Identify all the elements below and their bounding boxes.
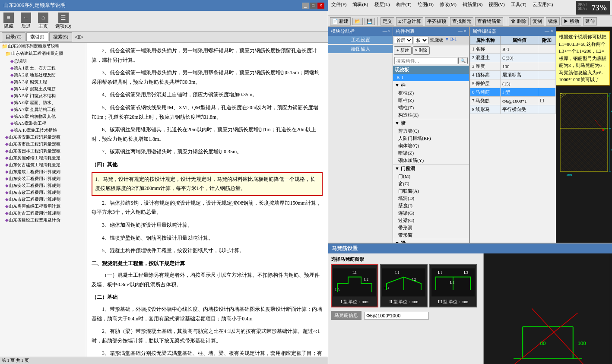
- tab-search[interactable]: 搜索(S): [49, 32, 72, 41]
- comp-item-menlianchuang[interactable]: 门联窗(A): [393, 187, 469, 195]
- comp-item-renf[interactable]: 人防门框墙(RF): [393, 135, 469, 142]
- menu-cloud[interactable]: 云应用(C): [531, 1, 555, 15]
- comp-item-qitijin[interactable]: 砌体加筋(Y): [393, 157, 469, 164]
- menu-file[interactable]: 文件(F): [330, 1, 348, 15]
- back-button[interactable]: ← 后退: [19, 12, 33, 30]
- tree-chA4[interactable]: ◆ 第A.4章 混凝土及钢筋: [0, 85, 86, 92]
- module-draw-input[interactable]: 绘图输入: [328, 45, 393, 53]
- prop-value-1[interactable]: B-1: [501, 45, 538, 54]
- menu-modify[interactable]: 修改(M): [438, 1, 458, 15]
- tree-chA2[interactable]: ◆ 第A.2章 地基处理及防: [0, 72, 86, 79]
- save-button[interactable]: 💾: [365, 18, 375, 25]
- comp-item-men[interactable]: 门(M): [393, 173, 469, 180]
- maodun-info-button[interactable]: 马凳筋信息: [331, 311, 361, 320]
- search-input[interactable]: [394, 57, 457, 64]
- comp-section-zhu[interactable]: ▼ 柱: [393, 81, 469, 89]
- prop-editor-controls[interactable]: — ×: [545, 28, 553, 35]
- minimize-button[interactable]: _: [302, 3, 309, 9]
- shape-II-option[interactable]: L1 L2 L3 II 型 单位：mm: [380, 264, 428, 307]
- tree-fanggu-feiyong[interactable]: ◆ 山东仿古工程费用计算规则: [0, 210, 86, 217]
- home-button[interactable]: ⌂ 主页: [36, 12, 50, 30]
- tree-shizheng-feiyong2[interactable]: ◆ 山东市政工程费用计算规则: [0, 196, 86, 203]
- prop-value-5[interactable]: (15): [501, 79, 538, 88]
- module-engineering-settings[interactable]: 工程设置: [328, 36, 393, 44]
- shape-III-option[interactable]: L1 L3 L2 III 型 单位：mm: [429, 264, 477, 307]
- search-button[interactable]: 🔍: [458, 57, 468, 64]
- prop-value-2[interactable]: C(30): [501, 54, 538, 62]
- tree-chA1[interactable]: ◆ 第A.1章 土、石方工程: [0, 65, 86, 72]
- prop-value-8[interactable]: 平行横向受: [501, 105, 538, 114]
- close-button[interactable]: ×: [317, 3, 324, 9]
- comp-item-guoliang[interactable]: 过梁(G): [393, 217, 469, 224]
- module-nav-controls[interactable]: —×: [383, 28, 390, 35]
- comp-section-liang[interactable]: ▼ 梁: [393, 239, 469, 243]
- find-button[interactable]: 查找图元: [450, 17, 473, 25]
- extend-button[interactable]: 延伸: [583, 17, 597, 25]
- comp-item-anzhu[interactable]: 暗柱(Z): [393, 97, 469, 104]
- prop-value-7[interactable]: Φ6@1000*1: [501, 97, 538, 105]
- comp-item-gouzao[interactable]: 构造柱(Z): [393, 111, 469, 119]
- tree-sheng-jianshe[interactable]: ◆ 山东省建设工程费用及计价: [0, 217, 86, 224]
- options-button[interactable]: ☰ 选项(Q): [54, 12, 73, 30]
- comp-item-daibdo[interactable]: 带形洞: [393, 224, 469, 231]
- prop-value-6[interactable]: I 型: [501, 88, 538, 97]
- tree-anzhuang-feiyong2[interactable]: ◆ 山东安装工程费用计算规则: [0, 182, 86, 189]
- tree-shenganzhuang[interactable]: ◆ 山东省安装工程消耗量定额: [0, 134, 86, 141]
- comp-item-chuang[interactable]: 窗(C): [393, 180, 469, 187]
- nav-back-icon[interactable]: ◁: [75, 34, 79, 40]
- define-button[interactable]: 定义: [381, 17, 394, 25]
- open-button[interactable]: 📂: [352, 18, 363, 25]
- menu-draw[interactable]: 绘图(D): [416, 1, 435, 15]
- nav-forward-icon[interactable]: ▷: [79, 34, 83, 40]
- comp-item-B1[interactable]: B-1: [393, 74, 469, 81]
- hide-button[interactable]: ≡ 隐藏: [2, 12, 16, 30]
- tree-zongshuoming[interactable]: ◆ 总说明: [0, 58, 86, 65]
- tree-chA10[interactable]: ◆ 第A.10章施工技术措施: [0, 127, 86, 134]
- tab-directory[interactable]: 目录(C): [2, 32, 25, 41]
- view-steel-button[interactable]: 查看钢筋量: [475, 17, 503, 25]
- comp-item-duanzhu[interactable]: 端柱(Z): [393, 104, 469, 111]
- tab-index[interactable]: 索引(I): [26, 32, 48, 41]
- menu-steel[interactable]: 钢筋量(S): [461, 1, 484, 15]
- maodun-info-input[interactable]: [364, 312, 429, 320]
- tree-chA9[interactable]: ◆ 第A.9章装饰工程: [0, 120, 86, 127]
- comp-section-qiang[interactable]: ▼ 墙: [393, 119, 469, 127]
- sigma-button[interactable]: Σ 汇总计算: [396, 17, 423, 25]
- comp-item-qitiqiang[interactable]: 砌体墙(Q): [393, 142, 469, 149]
- tree-shengyuanlin[interactable]: ◆ 山东省园林工程消耗量定额: [0, 148, 86, 155]
- comp-item-kuangzhu[interactable]: 框柱(Z): [393, 89, 469, 97]
- menu-floor[interactable]: 楼层(L): [373, 1, 391, 15]
- shape-I-option[interactable]: L1 L2 L3 I 型 单位：mm: [331, 264, 378, 307]
- new-button[interactable]: 📄新建: [330, 17, 351, 25]
- tree-shandong-jianzhu[interactable]: 📁 山东省建筑工程消耗量定额: [0, 50, 86, 57]
- tree-fanggu[interactable]: ◆ 山东仿古建筑工程消耗量定: [0, 161, 86, 168]
- new-component-button[interactable]: + 新建: [394, 46, 412, 55]
- menu-tools[interactable]: 工具(T): [510, 1, 528, 15]
- tree-anzhuang-feiyong1[interactable]: ◆ 山东安装工程费用计算规则: [0, 175, 86, 182]
- tree-shizheng-feiyong1[interactable]: ◆ 山东市政工程费用计算规则: [0, 189, 86, 196]
- menu-component[interactable]: 构件(T): [395, 1, 413, 15]
- comp-item-qiangdong[interactable]: 墙洞(D): [393, 195, 469, 202]
- prop-value-3[interactable]: 100: [501, 62, 538, 71]
- delete-button[interactable]: 🗑 删除: [509, 17, 529, 25]
- comp-item-bikan[interactable]: 壁龛(I): [393, 202, 469, 209]
- comp-tree-xianzhu[interactable]: 现浇板: [393, 66, 469, 74]
- mirror-button[interactable]: 镜像: [546, 17, 560, 25]
- type-selector[interactable]: 板: [414, 37, 428, 44]
- maximize-button[interactable]: □: [310, 3, 317, 9]
- tree-chA3[interactable]: ◆ 第A.3章 砌筑工程: [0, 79, 86, 85]
- tree-jianzhu-feiyong1[interactable]: ◆ 山东建筑工程费用计算规则: [0, 168, 86, 175]
- tree-chA5[interactable]: ◆ 第A.5章 门窗及木结构: [0, 92, 86, 99]
- prop-row-6[interactable]: 6 马凳筋 I 型: [470, 88, 556, 97]
- prop-value-4[interactable]: 层顶标高: [501, 71, 538, 79]
- tree-fangjuxiushan[interactable]: ◆ 山东房屋修缮工程消耗量定: [0, 155, 86, 161]
- comp-item-jianli[interactable]: 剪力墙(Q): [393, 127, 469, 135]
- tree-root[interactable]: 📁 山东2006序列定额章节说明: [0, 43, 86, 50]
- tree-chA8[interactable]: ◆ 第A.8章 构筑物及其他: [0, 113, 86, 120]
- tree-chA7[interactable]: ◆ 第A.7章 金属结构工程: [0, 106, 86, 113]
- tree-chA6[interactable]: ◆ 第A.6章 屋面、防水、: [0, 99, 86, 106]
- delete-component-button[interactable]: × 删除: [412, 46, 430, 55]
- move-button[interactable]: ▶ 移动: [561, 17, 581, 25]
- menu-view[interactable]: 视图(V): [487, 1, 506, 15]
- floor-selector[interactable]: 首层: [394, 37, 413, 44]
